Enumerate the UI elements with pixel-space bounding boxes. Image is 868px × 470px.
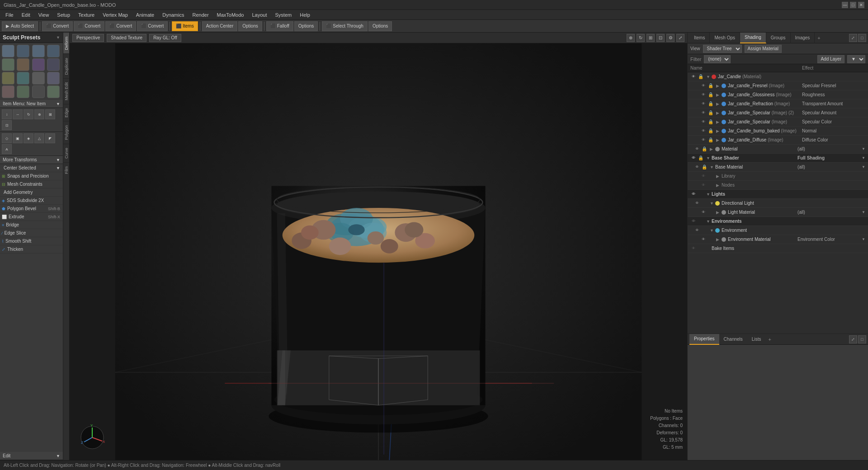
viewport-reset-icon[interactable]: ⊕ <box>627 34 635 42</box>
expand-refraction[interactable]: ▶ <box>716 102 721 106</box>
shader-row-directional-light[interactable]: 👁 ▼ Directional Light <box>688 199 868 208</box>
sculpt-btn-12[interactable] <box>47 72 60 85</box>
sculpt-btn-11[interactable] <box>32 72 45 85</box>
expand-specular1[interactable]: ▶ <box>716 111 721 115</box>
right-tab-groups[interactable]: Groups <box>766 33 791 43</box>
menu-item-help[interactable]: Help <box>296 11 314 19</box>
assign-material-button[interactable]: Assign Material <box>745 45 782 53</box>
item-menu-dropdown[interactable]: Item Menu: New Item ▼ <box>0 100 63 108</box>
options-button-1[interactable]: Options <box>238 21 262 31</box>
items-button[interactable]: ⬛ Items <box>172 21 198 31</box>
minimize-button[interactable]: — <box>842 2 848 8</box>
expand-base-material[interactable]: ▼ <box>710 165 714 169</box>
expand-dir-light[interactable]: ▼ <box>710 201 714 206</box>
expand-lights[interactable]: ▼ <box>706 192 711 197</box>
edit-dropdown[interactable]: Edit ▼ <box>0 452 63 460</box>
side-tab-duplicate[interactable]: Duplicate <box>63 54 69 79</box>
shader-row-diffuse[interactable]: 👁 🔒 ▶ Jar_candle_Diffuse (Image) Diffuse… <box>688 136 868 145</box>
sculpt-btn-5[interactable] <box>2 58 14 71</box>
sculpt-btn-4[interactable] <box>47 45 60 57</box>
vis-icon-material[interactable]: 👁 <box>694 146 700 152</box>
vis-icon-lights[interactable]: 👁 <box>690 191 697 197</box>
viewport-rotate-icon[interactable]: ↻ <box>637 34 645 42</box>
menu-item-edit[interactable]: Edit <box>18 11 34 19</box>
expand-base-shader[interactable]: ▼ <box>706 156 711 160</box>
viewport-zoom-icon[interactable]: ⊞ <box>646 34 655 42</box>
shading-button[interactable]: Shaded Texture <box>107 34 146 42</box>
sculpt-btn-9[interactable] <box>2 72 14 85</box>
add-layer-button[interactable]: Add Layer <box>817 55 844 63</box>
menu-item-render[interactable]: Render <box>189 11 212 19</box>
br-tab-channels[interactable]: Channels <box>719 334 747 345</box>
menu-item-texture[interactable]: Texture <box>75 11 98 19</box>
sculpt-btn-6[interactable] <box>17 58 29 71</box>
convert-button-2[interactable]: ⬛ Convert <box>74 21 104 31</box>
side-tab-edge[interactable]: Edge <box>63 104 69 121</box>
shader-row-specular2[interactable]: 👁 🔒 ▶ Jar_candle_Specular (Image) Specul… <box>688 118 868 127</box>
menu-item-setup[interactable]: Setup <box>53 11 74 19</box>
vis-icon-environment[interactable]: 👁 <box>694 227 700 234</box>
right-tab-add[interactable]: + <box>815 34 823 42</box>
vis-icon-specular1[interactable]: 👁 <box>700 110 707 116</box>
perspective-button[interactable]: Perspective <box>72 34 104 42</box>
viewport-settings-icon[interactable]: ⚙ <box>666 34 675 42</box>
vis-icon-specular2[interactable]: 👁 <box>700 119 707 125</box>
transform-icon-4[interactable]: ⊕ <box>34 109 44 119</box>
vis-icon-jar-candle[interactable]: 👁 <box>690 74 697 80</box>
sculpt-btn-1[interactable] <box>2 45 14 57</box>
shader-row-jar-candle[interactable]: 👁 🔒 ▼ Jar_Candle (Material) <box>688 72 868 81</box>
sculpt-btn-15[interactable] <box>32 85 45 98</box>
raygl-button[interactable]: Ray GL: Off <box>149 34 181 42</box>
more-transforms-dropdown[interactable]: More Transforms ▼ <box>0 156 63 164</box>
sculpt-btn-16[interactable] <box>47 85 60 98</box>
shader-row-fresnel[interactable]: 👁 🔒 ▶ Jar_candle_Fresnel (Image) Specula… <box>688 81 868 90</box>
shader-row-material[interactable]: 👁 🔒 ▶ Material (all) ▼ <box>688 145 868 154</box>
menu-item-file[interactable]: File <box>2 11 17 19</box>
convert-button-3[interactable]: ⬛ Convert <box>105 21 136 31</box>
shader-row-lights[interactable]: 👁 ▼ Lights <box>688 190 868 199</box>
expand-environment[interactable]: ▼ <box>710 228 714 233</box>
rt-icon-expand[interactable]: ⤢ <box>849 34 857 42</box>
menu-item-view[interactable]: View <box>35 11 53 19</box>
expand-fresnel[interactable]: ▶ <box>716 84 721 88</box>
viewport-expand-icon[interactable]: ⤢ <box>676 34 684 42</box>
sculpt-btn-2[interactable] <box>17 45 29 57</box>
filter-select[interactable]: (none) <box>704 55 731 63</box>
shader-tree-select[interactable]: Shader Tree <box>703 45 742 53</box>
sculpt-btn-3[interactable] <box>32 45 45 57</box>
expand-diffuse[interactable]: ▶ <box>716 138 721 142</box>
sculpt-btn-7[interactable] <box>32 58 45 71</box>
convert-button-1[interactable]: ⬛ Convert <box>42 21 73 31</box>
transform-icon-2[interactable]: ↔ <box>13 109 23 119</box>
rt-icon-lock[interactable]: □ <box>858 34 866 42</box>
bridge-item[interactable]: ≡ Bridge <box>0 221 63 229</box>
sds-subdivide-item[interactable]: ◈ SDS Subdivide 2X <box>0 197 63 205</box>
menu-item-animate[interactable]: Animate <box>132 11 158 19</box>
transform-icon-6[interactable]: ⊡ <box>2 120 12 130</box>
shader-row-env-material[interactable]: 👁 ▶ Environment Material Environment Col… <box>688 235 868 244</box>
snaps-precision-item[interactable]: ⊞ Snaps and Precision <box>0 172 63 180</box>
vis-icon-env-material[interactable]: 👁 <box>700 236 707 243</box>
vis-icon-glossiness[interactable]: 👁 <box>700 92 707 98</box>
menu-item-vertex map[interactable]: Vertex Map <box>99 11 132 19</box>
vis-icon-diffuse[interactable]: 👁 <box>700 137 707 143</box>
vis-icon-refraction[interactable]: 👁 <box>700 101 707 107</box>
add-layer-type-select[interactable]: ▼ <box>847 55 865 63</box>
extrude-item[interactable]: ⬜ Extrude Shift-X <box>0 213 63 221</box>
mesh-constraints-item[interactable]: ⊟ Mesh Constraints <box>0 180 63 188</box>
vis-icon-environments[interactable]: 👁 <box>690 218 697 225</box>
convert-button-4[interactable]: ⬛ Convert <box>137 21 168 31</box>
geo-icon-5[interactable]: ◤ <box>45 133 55 143</box>
vis-icon-base-shader[interactable]: 👁 <box>690 155 697 161</box>
vis-icon-light-material[interactable]: 👁 <box>700 209 707 216</box>
geo-icon-2[interactable]: ▣ <box>13 133 23 143</box>
shader-row-glossiness[interactable]: 👁 🔒 ▶ Jar_candle_Glossiness (Image) Roug… <box>688 90 868 99</box>
vis-icon-fresnel[interactable]: 👁 <box>700 83 707 89</box>
transform-icon-1[interactable]: ↕ <box>2 109 12 119</box>
geo-icon-4[interactable]: △ <box>34 133 44 143</box>
expand-glossiness[interactable]: ▶ <box>716 93 721 97</box>
shader-row-specular1[interactable]: 👁 🔒 ▶ Jar_candle_Specular (Image) (2) Sp… <box>688 108 868 118</box>
shader-row-library[interactable]: 👁 ▶ Library <box>688 172 868 181</box>
select-through-button[interactable]: ⬛ Select Through <box>322 21 368 31</box>
sculpt-btn-14[interactable] <box>17 85 29 98</box>
